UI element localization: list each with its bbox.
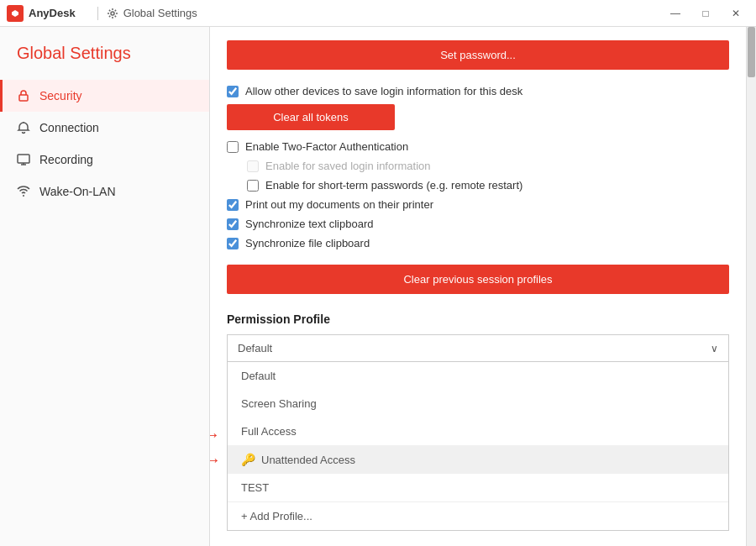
dropdown-option-default[interactable]: Default bbox=[228, 362, 728, 390]
option-test-label: TEST bbox=[241, 481, 269, 494]
sync-text-label[interactable]: Synchronize text clipboard bbox=[245, 218, 373, 230]
sidebar-recording-label: Recording bbox=[39, 153, 93, 166]
sidebar-item-recording[interactable]: Recording bbox=[0, 144, 209, 176]
print-documents-checkbox[interactable] bbox=[227, 199, 239, 211]
minimize-button[interactable]: — bbox=[662, 0, 689, 27]
print-documents-label[interactable]: Print out my documents on their printer bbox=[245, 198, 433, 211]
sync-text-row: Synchronize text clipboard bbox=[227, 218, 729, 230]
window-controls: — □ ✕ bbox=[662, 0, 749, 27]
allow-devices-row: Allow other devices to save login inform… bbox=[227, 85, 729, 97]
sync-file-label[interactable]: Synchronize file clipboard bbox=[245, 237, 370, 249]
option-screen-sharing-label: Screen Sharing bbox=[241, 397, 317, 410]
sync-text-checkbox[interactable] bbox=[227, 218, 239, 230]
title-tab: Global Settings bbox=[107, 7, 197, 19]
dropdown-selected-label: Default bbox=[238, 342, 272, 354]
svg-point-6 bbox=[23, 195, 24, 197]
anydesk-logo-icon bbox=[7, 5, 24, 22]
saved-login-checkbox bbox=[247, 160, 259, 172]
sidebar-item-security[interactable]: Security bbox=[0, 80, 209, 112]
sidebar-item-wake-on-lan[interactable]: Wake-On-LAN bbox=[0, 176, 209, 207]
two-factor-row: Enable Two-Factor Authentication bbox=[227, 140, 729, 153]
settings-tab-icon bbox=[107, 8, 118, 19]
app-logo: AnyDesk bbox=[7, 5, 76, 22]
bell-icon bbox=[16, 120, 31, 135]
sync-file-row: Synchronize file clipboard bbox=[227, 237, 729, 249]
title-tab-label: Global Settings bbox=[123, 7, 197, 19]
short-term-label[interactable]: Enable for short-term passwords (e.g. re… bbox=[265, 179, 522, 192]
content-area: Set password... Allow other devices to s… bbox=[210, 27, 746, 546]
key-icon: 🔑 bbox=[241, 453, 255, 466]
dropdown-option-screen-sharing[interactable]: Screen Sharing bbox=[228, 390, 728, 417]
allow-devices-checkbox[interactable] bbox=[227, 86, 239, 97]
dropdown-option-full-access[interactable]: Full Access bbox=[228, 417, 728, 445]
sidebar: Global Settings Security Connection bbox=[0, 27, 210, 546]
sidebar-wol-label: Wake-On-LAN bbox=[39, 185, 116, 198]
annotation-arrow-2: → bbox=[210, 450, 221, 470]
wifi-icon bbox=[16, 184, 31, 199]
chevron-down-icon: ∨ bbox=[711, 343, 718, 354]
short-term-password-row: Enable for short-term passwords (e.g. re… bbox=[247, 179, 729, 192]
saved-login-label: Enable for saved login information bbox=[265, 160, 431, 172]
add-profile-label: + Add Profile... bbox=[241, 510, 312, 522]
allow-devices-label[interactable]: Allow other devices to save login inform… bbox=[245, 85, 522, 97]
lock-icon bbox=[16, 88, 31, 103]
scrollbar-thumb[interactable] bbox=[748, 27, 755, 77]
svg-point-2 bbox=[111, 12, 114, 15]
title-bar: AnyDesk Global Settings — □ ✕ bbox=[0, 0, 756, 27]
svg-rect-3 bbox=[19, 95, 28, 101]
monitor-icon bbox=[16, 152, 31, 167]
scrollbar[interactable] bbox=[746, 27, 756, 546]
sidebar-title: Global Settings bbox=[0, 35, 209, 80]
close-button[interactable]: ✕ bbox=[722, 0, 749, 27]
add-profile-option[interactable]: + Add Profile... bbox=[228, 501, 728, 530]
dropdown-option-unattended-access[interactable]: 🔑 Unattended Access bbox=[228, 445, 728, 474]
option-default-label: Default bbox=[241, 370, 276, 382]
svg-rect-5 bbox=[18, 155, 29, 163]
main-layout: Global Settings Security Connection bbox=[0, 27, 756, 546]
app-name-label: AnyDesk bbox=[29, 7, 76, 19]
permission-profile-dropdown[interactable]: Default ∨ Default Screen Sharing Full Ac… bbox=[227, 334, 729, 531]
clear-all-tokens-button[interactable]: Clear all tokens bbox=[227, 104, 395, 130]
sidebar-security-label: Security bbox=[39, 89, 82, 102]
clear-session-profiles-button[interactable]: Clear previous session profiles bbox=[227, 265, 729, 294]
sync-file-checkbox[interactable] bbox=[227, 238, 239, 249]
two-factor-checkbox[interactable] bbox=[227, 141, 239, 153]
title-separator bbox=[97, 7, 98, 20]
option-full-access-label: Full Access bbox=[241, 425, 297, 438]
dropdown-list: Default Screen Sharing Full Access 2 bbox=[227, 362, 729, 531]
option-unattended-access-label: Unattended Access bbox=[261, 454, 355, 466]
sidebar-connection-label: Connection bbox=[39, 121, 99, 134]
sidebar-item-connection[interactable]: Connection bbox=[0, 112, 209, 144]
saved-login-row: Enable for saved login information bbox=[247, 160, 729, 172]
maximize-button[interactable]: □ bbox=[692, 0, 719, 27]
short-term-checkbox[interactable] bbox=[247, 180, 259, 192]
permission-profile-heading: Permission Profile bbox=[227, 312, 729, 326]
two-factor-label[interactable]: Enable Two-Factor Authentication bbox=[245, 140, 408, 153]
dropdown-option-test[interactable]: TEST bbox=[228, 474, 728, 501]
print-documents-row: Print out my documents on their printer bbox=[227, 198, 729, 211]
annotation-arrow-1: → bbox=[210, 425, 220, 444]
dropdown-selected-value[interactable]: Default ∨ bbox=[227, 334, 729, 362]
set-password-button[interactable]: Set password... bbox=[227, 40, 729, 70]
